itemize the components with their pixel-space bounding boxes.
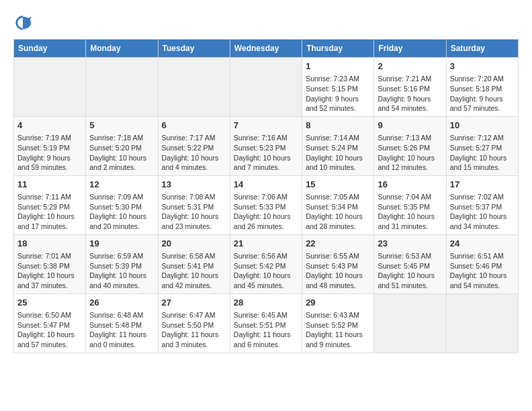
day-info: Daylight: 9 hours [378,94,442,104]
day-info: and 0 minutes. [89,340,154,350]
day-info: and 2 minutes. [89,163,154,173]
calendar-cell: 13Sunrise: 7:08 AMSunset: 5:31 PMDayligh… [158,175,230,234]
day-info: Sunset: 5:37 PM [450,202,515,212]
day-info: Sunrise: 6:48 AM [89,310,154,320]
day-info: Sunrise: 7:02 AM [450,192,515,202]
day-info: and 10 minutes. [306,163,370,173]
header-day-saturday: Saturday [446,40,518,58]
day-info: Sunrise: 7:04 AM [378,192,442,202]
calendar-cell: 14Sunrise: 7:06 AMSunset: 5:33 PMDayligh… [230,175,302,234]
calendar-cell [374,293,446,353]
day-info: Sunrise: 7:08 AM [162,192,226,202]
day-info: and 59 minutes. [17,163,82,173]
day-info: Sunset: 5:42 PM [234,261,298,271]
day-info: Sunrise: 6:59 AM [89,251,154,261]
day-info: Daylight: 10 hours [234,271,298,281]
day-info: Sunset: 5:39 PM [89,261,154,271]
day-info: and 9 minutes. [306,340,370,350]
day-info: and 52 minutes. [306,103,370,113]
day-info: Daylight: 9 hours [306,94,370,104]
day-info: Sunrise: 7:11 AM [17,192,82,202]
day-info: Sunrise: 6:53 AM [378,251,442,261]
day-info: Daylight: 10 hours [306,153,370,163]
day-info: Sunrise: 7:17 AM [162,133,226,143]
day-info: Daylight: 10 hours [450,271,515,281]
day-number: 12 [89,179,154,191]
calendar-week-5: 25Sunrise: 6:50 AMSunset: 5:47 PMDayligh… [14,293,519,353]
day-number: 11 [17,179,82,191]
day-info: Sunset: 5:29 PM [17,202,82,212]
day-number: 4 [17,120,82,132]
calendar-cell: 3Sunrise: 7:20 AMSunset: 5:18 PMDaylight… [446,58,518,117]
day-info: and 57 minutes. [450,103,515,113]
day-info: Sunrise: 6:47 AM [162,310,226,320]
calendar-cell: 17Sunrise: 7:02 AMSunset: 5:37 PMDayligh… [446,175,518,234]
day-info: Sunrise: 7:19 AM [17,133,82,143]
day-info: Sunset: 5:24 PM [306,143,370,153]
day-info: Sunset: 5:34 PM [306,202,370,212]
logo [13,13,35,32]
day-info: Sunset: 5:30 PM [89,202,154,212]
day-number: 22 [306,238,370,250]
calendar-cell [86,58,158,117]
day-info: Sunrise: 7:05 AM [306,192,370,202]
day-info: Sunset: 5:47 PM [17,320,82,330]
header-day-monday: Monday [86,40,158,58]
day-info: Sunset: 5:43 PM [306,261,370,271]
day-number: 10 [450,120,515,132]
calendar-cell: 9Sunrise: 7:13 AMSunset: 5:26 PMDaylight… [374,116,446,175]
day-info: Daylight: 10 hours [306,212,370,222]
calendar-cell [14,58,86,117]
day-info: Sunrise: 7:14 AM [306,133,370,143]
calendar-cell: 26Sunrise: 6:48 AMSunset: 5:48 PMDayligh… [86,293,158,353]
calendar-header: SundayMondayTuesdayWednesdayThursdayFrid… [14,40,519,58]
day-number: 29 [306,297,370,309]
day-info: Sunset: 5:18 PM [450,84,515,94]
day-info: Daylight: 9 hours [450,94,515,104]
day-number: 5 [89,120,154,132]
day-number: 28 [234,297,298,309]
header-day-tuesday: Tuesday [158,40,230,58]
day-info: Sunset: 5:33 PM [234,202,298,212]
day-info: Sunrise: 7:12 AM [450,133,515,143]
day-info: Daylight: 10 hours [378,153,442,163]
day-info: Sunset: 5:26 PM [378,143,442,153]
calendar-cell: 25Sunrise: 6:50 AMSunset: 5:47 PMDayligh… [14,293,86,353]
day-info: and 37 minutes. [17,281,82,291]
day-info: Sunset: 5:20 PM [89,143,154,153]
day-number: 8 [306,120,370,132]
day-info: and 17 minutes. [17,222,82,232]
day-info: and 23 minutes. [162,222,226,232]
day-info: Sunrise: 7:21 AM [378,74,442,84]
calendar-cell: 12Sunrise: 7:09 AMSunset: 5:30 PMDayligh… [86,175,158,234]
day-info: Sunset: 5:15 PM [306,84,370,94]
calendar-cell: 15Sunrise: 7:05 AMSunset: 5:34 PMDayligh… [302,175,374,234]
calendar-cell: 29Sunrise: 6:43 AMSunset: 5:52 PMDayligh… [302,293,374,353]
day-info: Sunrise: 7:09 AM [89,192,154,202]
day-info: and 15 minutes. [450,163,515,173]
day-info: and 51 minutes. [378,281,442,291]
day-number: 21 [234,238,298,250]
calendar-cell: 24Sunrise: 6:51 AMSunset: 5:46 PMDayligh… [446,234,518,293]
day-info: Daylight: 10 hours [234,153,298,163]
day-info: Sunrise: 6:45 AM [234,310,298,320]
day-info: Daylight: 10 hours [17,271,82,281]
day-info: Daylight: 10 hours [17,330,82,340]
day-info: Sunrise: 6:55 AM [306,251,370,261]
day-info: Daylight: 10 hours [162,271,226,281]
day-info: Daylight: 10 hours [89,271,154,281]
header [13,13,519,32]
calendar-cell: 11Sunrise: 7:11 AMSunset: 5:29 PMDayligh… [14,175,86,234]
day-info: Sunrise: 7:16 AM [234,133,298,143]
day-info: Daylight: 10 hours [17,212,82,222]
day-info: and 20 minutes. [89,222,154,232]
day-info: Sunrise: 6:56 AM [234,251,298,261]
day-info: Daylight: 11 hours [234,330,298,340]
day-info: Sunset: 5:16 PM [378,84,442,94]
day-info: Sunrise: 6:58 AM [162,251,226,261]
calendar-cell: 5Sunrise: 7:18 AMSunset: 5:20 PMDaylight… [86,116,158,175]
day-info: Daylight: 10 hours [378,212,442,222]
calendar-cell: 23Sunrise: 6:53 AMSunset: 5:45 PMDayligh… [374,234,446,293]
day-info: and 3 minutes. [162,340,226,350]
day-info: Sunset: 5:22 PM [162,143,226,153]
